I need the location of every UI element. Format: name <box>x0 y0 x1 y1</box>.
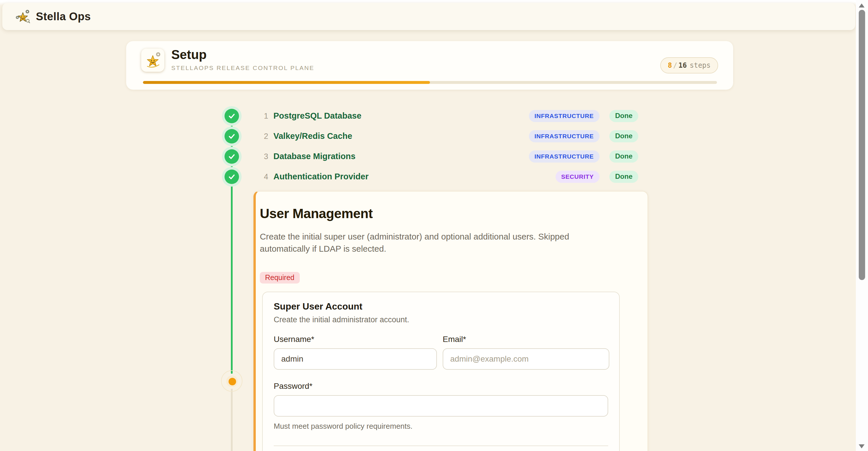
category-badge: INFRASTRUCTURE <box>529 150 599 162</box>
step-title: Valkey/Redis Cache <box>273 131 352 140</box>
check-icon <box>224 129 239 143</box>
username-field[interactable] <box>274 348 437 369</box>
step-number: 4 <box>259 172 268 181</box>
email-label: Email* <box>443 334 609 343</box>
super-user-subheading: Create the initial administrator account… <box>274 315 608 324</box>
step-row-postgresql-database[interactable]: 1 PostgreSQL Database INFRASTRUCTURE Don… <box>220 108 638 123</box>
status-badge: Done <box>609 110 638 122</box>
username-label: Username* <box>274 334 437 343</box>
stella-ops-logo-icon <box>15 9 31 24</box>
timeline-upcoming-line <box>231 389 232 451</box>
setup-progress-fill <box>143 81 430 84</box>
page-title: Setup <box>171 47 314 62</box>
scrollbar-thumb[interactable] <box>859 10 865 280</box>
top-app-bar: Stella Ops <box>2 3 855 30</box>
check-icon <box>224 169 239 184</box>
steps-word: steps <box>690 61 711 69</box>
category-badge: INFRASTRUCTURE <box>529 110 599 122</box>
section-description: Create the initial super user (administr… <box>260 231 587 256</box>
category-badge: SECURITY <box>555 170 599 183</box>
scrollbar-down-arrow-icon[interactable] <box>859 444 865 448</box>
step-row-database-migrations[interactable]: 3 Database Migrations INFRASTRUCTURE Don… <box>220 149 638 164</box>
status-badge: Done <box>609 150 638 162</box>
page-subtitle: STELLAOPS RELEASE CONTROL PLANE <box>171 65 314 71</box>
section-title: User Management <box>260 206 619 222</box>
email-field[interactable] <box>443 348 609 369</box>
setup-header-card: Setup STELLAOPS RELEASE CONTROL PLANE 8 … <box>126 41 733 90</box>
super-user-heading: Super User Account <box>274 301 608 312</box>
step-title: Authentication Provider <box>273 172 369 181</box>
section-divider <box>274 445 608 446</box>
password-hint: Must meet password policy requirements. <box>274 421 608 430</box>
check-icon <box>224 108 239 123</box>
step-number: 2 <box>259 132 268 140</box>
steps-progress-badge: 8 / 16 steps <box>660 57 718 73</box>
password-label: Password* <box>274 381 608 390</box>
password-field[interactable] <box>274 395 608 416</box>
setup-page: Stella Ops Setup STELLAOPS RELEASE CONTR… <box>0 0 868 451</box>
step-row-valkey-redis-cache[interactable]: 2 Valkey/Redis Cache INFRASTRUCTURE Done <box>220 128 638 143</box>
required-badge: Required <box>260 271 300 283</box>
steps-total: 16 <box>679 61 687 69</box>
app-title: Stella Ops <box>36 10 91 23</box>
step-number: 3 <box>259 152 268 161</box>
user-management-card: User Management Create the initial super… <box>253 191 648 451</box>
step-number: 1 <box>259 111 268 120</box>
setup-mascot-icon <box>141 49 164 72</box>
check-icon <box>224 149 239 163</box>
steps-current: 8 <box>668 61 672 69</box>
status-badge: Done <box>609 170 638 183</box>
vertical-scrollbar[interactable] <box>856 0 868 451</box>
current-step-dot <box>228 378 236 385</box>
status-badge: Done <box>609 130 638 142</box>
category-badge: INFRASTRUCTURE <box>529 130 599 142</box>
step-row-authentication-provider[interactable]: 4 Authentication Provider SECURITY Done <box>220 169 638 184</box>
setup-progress-track <box>143 81 717 84</box>
steps-separator: / <box>673 61 677 69</box>
step-title: PostgreSQL Database <box>273 111 361 120</box>
super-user-panel: Super User Account Create the initial ad… <box>262 291 620 451</box>
scrollbar-up-arrow-icon[interactable] <box>859 3 865 7</box>
step-title: Database Migrations <box>273 152 355 161</box>
